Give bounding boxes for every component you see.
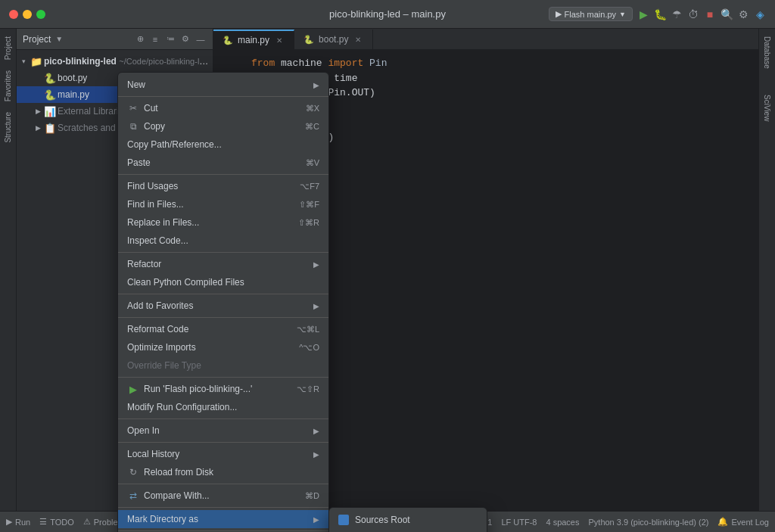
sidebar-tab-structure[interactable]: Structure bbox=[2, 107, 14, 148]
copy-icon: ⧉ bbox=[127, 120, 139, 132]
todo-status-item[interactable]: ☰ TODO bbox=[39, 517, 74, 527]
run-config-icon: ▶ bbox=[556, 9, 562, 19]
menu-inspect-code-label: Inspect Code... bbox=[127, 235, 319, 246]
arrow-icon: ▶ bbox=[313, 260, 319, 269]
menu-modify-run-label: Modify Run Configuration... bbox=[127, 402, 319, 412]
traffic-lights[interactable] bbox=[9, 10, 45, 19]
tab-boot-py[interactable]: 🐍 boot.py ✕ bbox=[294, 30, 373, 49]
maximize-button[interactable] bbox=[36, 10, 45, 19]
python-icon: 🐍 bbox=[303, 35, 314, 45]
menu-separator bbox=[118, 377, 328, 378]
run-icon: ▶ bbox=[6, 517, 12, 527]
header-icons: ⊕ ≡ ≔ ⚙ — bbox=[134, 33, 207, 45]
menu-item-compare[interactable]: ⇄ Compare With... ⌘D bbox=[118, 487, 328, 505]
profile-button[interactable]: ⏱ bbox=[687, 8, 699, 20]
sidebar-tab-project[interactable]: Project bbox=[2, 32, 14, 64]
tab-main-py[interactable]: 🐍 main.py ✕ bbox=[213, 30, 294, 49]
search-button[interactable]: 🔍 bbox=[721, 8, 733, 20]
find-usages-shortcut: ⌥F7 bbox=[300, 182, 319, 191]
menu-item-modify-run[interactable]: Modify Run Configuration... bbox=[118, 398, 328, 416]
replace-files-shortcut: ⇧⌘R bbox=[298, 218, 319, 228]
menu-item-run[interactable]: ▶ Run 'Flash pico-blinking-...' ⌥⇧R bbox=[118, 380, 328, 398]
menu-item-open-in[interactable]: Open In ▶ bbox=[118, 422, 328, 440]
run-button[interactable]: ▶ bbox=[637, 8, 649, 20]
sidebar-tab-sciview[interactable]: SciView bbox=[761, 90, 773, 126]
boot-label: boot.py bbox=[58, 73, 87, 83]
submenu-item-excluded[interactable]: Excluded bbox=[329, 529, 487, 532]
menu-item-copy-path[interactable]: Copy Path/Reference... bbox=[118, 135, 328, 154]
menu-item-new[interactable]: New ▶ bbox=[118, 76, 328, 94]
gear-icon[interactable]: ⚙ bbox=[179, 33, 191, 45]
close-panel-icon[interactable]: — bbox=[195, 33, 207, 45]
tab-close-button[interactable]: ✕ bbox=[274, 35, 285, 45]
menu-copy-path-label: Copy Path/Reference... bbox=[127, 139, 319, 150]
sidebar-tab-favorites[interactable]: Favorites bbox=[2, 66, 14, 106]
run-config-label: Flash main.py bbox=[565, 10, 616, 19]
locate-icon[interactable]: ⊕ bbox=[134, 33, 146, 45]
encoding-status[interactable]: LF UTF-8 bbox=[501, 517, 537, 527]
right-sidebar-tabs: Database SciView bbox=[758, 29, 775, 511]
submenu-item-sources-root[interactable]: Sources Root bbox=[329, 511, 487, 529]
minimize-button[interactable] bbox=[23, 10, 32, 19]
menu-separator bbox=[118, 442, 328, 443]
library-icon: 📊 bbox=[44, 105, 56, 117]
menu-separator bbox=[118, 484, 328, 484]
project-panel-header: Project ▼ ⊕ ≡ ≔ ⚙ — bbox=[17, 29, 213, 50]
tree-item-root[interactable]: ▾ 📁 pico-blinking-led ~/Code/pico-blinki… bbox=[17, 53, 213, 70]
menu-item-clean-python[interactable]: Clean Python Compiled Files bbox=[118, 273, 328, 291]
scratch-icon: 📋 bbox=[44, 122, 56, 134]
menu-item-reformat[interactable]: Reformat Code ⌥⌘L bbox=[118, 320, 328, 338]
menu-item-reload[interactable]: ↻ Reload from Disk bbox=[118, 463, 328, 481]
coverage-button[interactable]: ☂ bbox=[671, 8, 683, 20]
menu-item-refactor[interactable]: Refactor ▶ bbox=[118, 255, 328, 273]
debug-button[interactable]: 🐛 bbox=[654, 8, 666, 20]
menu-item-replace-files[interactable]: Replace in Files... ⇧⌘R bbox=[118, 213, 328, 232]
context-menu: New ▶ ✂ Cut ⌘X ⧉ Copy ⌘C Copy Path/Refer… bbox=[117, 72, 329, 532]
menu-item-mark-directory[interactable]: Mark Directory as ▶ Sources Root Exclude… bbox=[118, 510, 328, 528]
menu-item-copy[interactable]: ⧉ Copy ⌘C bbox=[118, 117, 328, 135]
run-config-selector[interactable]: ▶ Flash main.py ▼ bbox=[549, 7, 633, 21]
menu-item-optimize-imports[interactable]: Optimize Imports ^⌥O bbox=[118, 338, 328, 356]
tab-close-button[interactable]: ✕ bbox=[353, 34, 363, 45]
scratches-label: Scratches and bbox=[58, 123, 116, 133]
python-file-icon: 🐍 bbox=[44, 72, 56, 84]
indent-status[interactable]: 4 spaces bbox=[546, 517, 579, 527]
menu-item-local-history[interactable]: Local History ▶ bbox=[118, 445, 328, 463]
close-button[interactable] bbox=[9, 10, 18, 19]
menu-item-inspect-code[interactable]: Inspect Code... bbox=[118, 232, 328, 250]
menu-item-find-files[interactable]: Find in Files... ⇧⌘F bbox=[118, 195, 328, 213]
expand-all-icon[interactable]: ≡ bbox=[149, 33, 161, 45]
spacer bbox=[33, 73, 42, 82]
menu-item-paste[interactable]: Paste ⌘V bbox=[118, 154, 328, 172]
reformat-shortcut: ⌥⌘L bbox=[297, 325, 319, 334]
menu-paste-label: Paste bbox=[127, 157, 301, 168]
submenu-mark-directory: Sources Root Excluded Test Sources Root … bbox=[328, 507, 487, 532]
stop-button[interactable]: ■ bbox=[704, 8, 716, 20]
menu-item-cut[interactable]: ✂ Cut ⌘X bbox=[118, 99, 328, 117]
tab-main-label: main.py bbox=[238, 35, 269, 45]
python-version-status[interactable]: Python 3.9 (pico-blinking-led) (2) bbox=[588, 517, 708, 527]
event-log-status[interactable]: 🔔 Event Log bbox=[717, 517, 769, 527]
chevron-down-icon: ▼ bbox=[55, 35, 63, 43]
event-log-label: Event Log bbox=[731, 518, 769, 527]
collapse-all-icon[interactable]: ≔ bbox=[164, 33, 176, 45]
menu-item-find-usages[interactable]: Find Usages ⌥F7 bbox=[118, 177, 328, 195]
code-line: from machine import Pin bbox=[213, 56, 758, 71]
menu-separator bbox=[118, 96, 328, 97]
todo-icon: ☰ bbox=[39, 517, 47, 527]
menu-run-label: Run 'Flash pico-blinking-...' bbox=[144, 384, 292, 394]
python-file-icon: 🐍 bbox=[44, 89, 56, 101]
sidebar-tab-database[interactable]: Database bbox=[761, 32, 773, 73]
project-panel-title: Project bbox=[23, 34, 51, 45]
menu-mark-dir-label: Mark Directory as bbox=[127, 514, 309, 524]
left-sidebar-tabs: Project Favorites Structure bbox=[0, 29, 17, 511]
window-title: pico-blinking-led – main.py bbox=[329, 8, 446, 20]
chevron-down-icon: ▼ bbox=[619, 11, 626, 18]
settings-button[interactable]: ⚙ bbox=[737, 8, 749, 20]
compare-shortcut: ⌘D bbox=[305, 491, 319, 501]
run-status-item[interactable]: ▶ Run bbox=[6, 517, 30, 527]
menu-item-add-favorites[interactable]: Add to Favorites ▶ bbox=[118, 297, 328, 315]
menu-separator bbox=[118, 418, 328, 419]
chevron-icon: ▾ bbox=[20, 57, 29, 66]
menu-replace-files-label: Replace in Files... bbox=[127, 217, 294, 228]
